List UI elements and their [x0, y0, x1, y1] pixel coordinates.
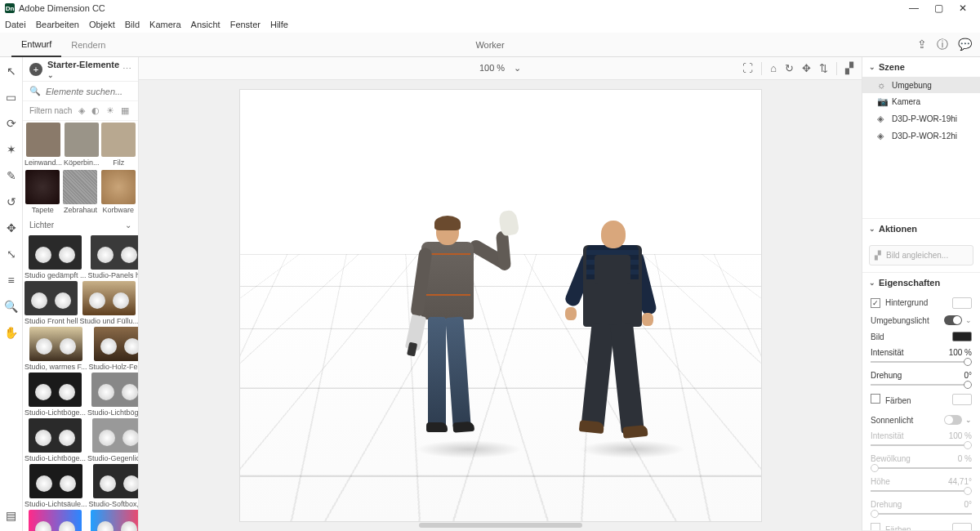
close-button[interactable]: ✕ [951, 2, 975, 14]
light-item[interactable]: Studio-Softbox, 3... [89, 464, 138, 508]
move-tool[interactable]: ✥ [4, 221, 19, 235]
light-item[interactable]: Studio Front hell [24, 281, 78, 325]
scene-item-environment[interactable]: ☼Umgebung [862, 77, 980, 93]
horizon-tool[interactable]: ↺ [4, 194, 19, 209]
light-item[interactable]: Studio-Lichtsäule... [24, 464, 87, 508]
scene-item-camera[interactable]: 📷Kamera [862, 93, 980, 110]
match-image-button[interactable]: ▞Bild angleichen... [869, 245, 973, 266]
filter-cube-icon[interactable]: ◈ [78, 105, 85, 116]
light-item[interactable]: Studio-Panels hell [88, 235, 138, 279]
app-logo: Dn [5, 3, 15, 13]
align-tool[interactable]: ≡ [4, 273, 19, 288]
light-item[interactable]: Studio gedämpft ... [24, 235, 87, 279]
material-item[interactable]: Filz [101, 123, 136, 167]
sampler-tool[interactable]: ✎ [4, 168, 19, 183]
sunlight-toggle[interactable] [944, 415, 962, 425]
titlebar: Dn Adobe Dimension CC — ▢ ✕ [0, 0, 980, 16]
maximize-button[interactable]: ▢ [926, 2, 951, 14]
search-icon: 🔍 [29, 86, 41, 96]
tab-render[interactable]: Rendern [61, 33, 115, 57]
viewport[interactable] [139, 80, 862, 531]
material-item[interactable]: Köperbin... [64, 123, 100, 167]
menu-datei[interactable]: Datei [5, 20, 26, 29]
chevron-down-icon: ⌄ [47, 71, 54, 79]
rotation-slider[interactable] [871, 384, 972, 386]
scene-item-object[interactable]: ◈D3D-P-WOR-19hi [862, 110, 980, 127]
tint-checkbox[interactable] [871, 394, 880, 404]
rect-tool[interactable]: ▭ [4, 90, 19, 105]
help-icon[interactable]: ⓘ [937, 38, 948, 52]
filter-image-icon[interactable]: ▦ [121, 105, 129, 116]
scene-panel-header[interactable]: ⌄Szene [862, 57, 980, 77]
tool-strip: ↖ ▭ ⟳ ✶ ✎ ↺ ✥ ⤡ ≡ 🔍 ✋ ▤ [0, 57, 23, 531]
menu-fenster[interactable]: Fenster [230, 20, 261, 29]
wand-tool[interactable]: ✶ [4, 142, 19, 157]
select-tool[interactable]: ↖ [4, 64, 19, 78]
match-image-icon: ▞ [875, 251, 881, 260]
frame-icon[interactable]: ⛶ [742, 62, 753, 75]
render-preview-icon[interactable]: ▞ [845, 62, 853, 75]
light-item[interactable]: Studio-Lichtböge... [24, 373, 86, 417]
assets-title[interactable]: Starter-Elemente ⌄ [47, 60, 122, 79]
light-item[interactable]: Studio-Farbbühn... [24, 510, 86, 531]
light-item[interactable]: Studio-Holz-Fens... [89, 327, 138, 371]
menu-bild[interactable]: Bild [125, 20, 140, 29]
menu-objekt[interactable]: Objekt [89, 20, 115, 29]
horizontal-scrollbar[interactable] [419, 523, 582, 528]
material-item[interactable]: Korbware [100, 170, 136, 214]
orbit-tool[interactable]: ⟳ [4, 116, 19, 131]
material-item[interactable]: Tapete [24, 170, 60, 214]
lights-section-header[interactable]: Lichter⌄ [23, 216, 138, 234]
light-item[interactable]: Studio-Gegenlich... [87, 418, 138, 462]
feedback-icon[interactable]: 💬 [958, 38, 972, 52]
env-image-thumb[interactable] [952, 332, 972, 341]
tint-color-swatch[interactable] [952, 394, 972, 405]
filter-material-icon[interactable]: ◐ [91, 105, 100, 116]
light-item[interactable]: Studio und Füllu... [80, 281, 138, 325]
height-slider [871, 490, 972, 492]
assets-search[interactable]: 🔍 [23, 82, 138, 101]
light-item[interactable]: Studio-Lichtböge... [87, 373, 138, 417]
share-icon[interactable]: ⇪ [917, 38, 927, 52]
canvas-area: 100 % ⌄ ⛶ ⌂ ↻ ✥ ⇅ ▞ [139, 57, 862, 531]
worker-figure-1[interactable] [403, 219, 493, 456]
material-item[interactable]: Zebrahaut [62, 170, 98, 214]
envlight-toggle[interactable] [944, 315, 962, 325]
add-asset-button[interactable]: + [29, 63, 42, 76]
sun-rotation-slider [871, 513, 972, 515]
hand-tool[interactable]: ✋ [4, 325, 19, 340]
view-orbit-icon[interactable]: ↻ [785, 62, 794, 75]
light-item[interactable]: Studio, warmes F... [24, 327, 87, 371]
filter-light-icon[interactable]: ☀ [106, 105, 114, 116]
menu-ansicht[interactable]: Ansicht [191, 20, 220, 29]
actions-panel-header[interactable]: ⌄Aktionen [862, 219, 980, 239]
zoom-tool[interactable]: 🔍 [4, 299, 19, 314]
view-home-icon[interactable]: ⌂ [770, 62, 777, 75]
chevron-down-icon[interactable]: ⌄ [965, 316, 972, 324]
intensity-slider[interactable] [871, 361, 972, 363]
minimize-button[interactable]: — [902, 2, 926, 14]
material-item[interactable]: Leinwand... [24, 123, 62, 167]
tab-design[interactable]: Entwurf [11, 33, 61, 57]
worker-figure-2[interactable] [567, 219, 657, 456]
view-pan-icon[interactable]: ✥ [802, 62, 811, 75]
zoom-dropdown[interactable]: 100 % ⌄ [479, 62, 521, 74]
search-input[interactable] [46, 87, 139, 96]
sun-intensity-slider [871, 444, 972, 446]
menu-bearbeiten[interactable]: Bearbeiten [36, 20, 79, 29]
background-color-swatch[interactable] [952, 297, 972, 309]
light-item[interactable]: Studio-Lichtböge... [24, 418, 86, 462]
sun-tint-swatch [952, 523, 972, 531]
bottom-tool[interactable]: ▤ [4, 508, 19, 523]
properties-panel-header[interactable]: ⌄Eigenschaften [862, 273, 980, 292]
scale-tool[interactable]: ⤡ [4, 247, 19, 261]
view-dolly-icon[interactable]: ⇅ [819, 62, 828, 75]
light-item[interactable]: Studio-Farbbühn... [87, 510, 138, 531]
background-checkbox[interactable]: ✓ [871, 298, 880, 308]
tab-bar: Entwurf Rendern Worker ⇪ ⓘ 💬 [0, 33, 980, 57]
scene-item-object[interactable]: ◈D3D-P-WOR-12hi [862, 127, 980, 145]
menu-hilfe[interactable]: Hilfe [270, 20, 288, 29]
menu-kamera[interactable]: Kamera [149, 20, 181, 29]
chevron-down-icon[interactable]: ⌄ [965, 416, 972, 424]
assets-menu-button[interactable]: ⋯ [122, 64, 131, 74]
